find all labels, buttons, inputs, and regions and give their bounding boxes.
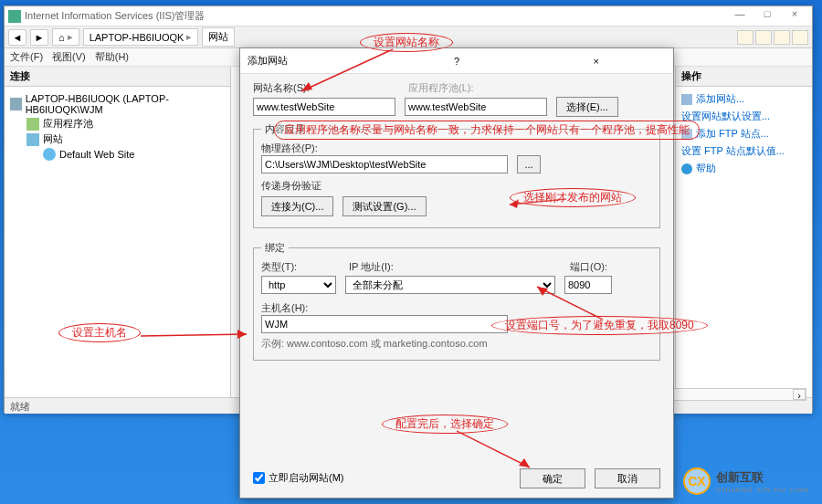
action-add-site[interactable]: 添加网站... <box>681 90 806 108</box>
start-now-checkbox[interactable] <box>253 472 265 484</box>
actions-header: 操作 <box>676 67 812 87</box>
tree-default-site[interactable]: Default Web Site <box>10 147 225 162</box>
ip-select[interactable]: 全部未分配 <box>345 276 555 294</box>
sites-icon <box>26 133 39 146</box>
server-icon <box>10 98 22 110</box>
nav-tool-3[interactable] <box>774 30 790 45</box>
app-pool-input[interactable] <box>405 98 547 116</box>
breadcrumb-host[interactable]: LAPTOP-HB6IUOQK▸ <box>83 28 199 46</box>
maximize-button[interactable]: □ <box>754 8 781 25</box>
globe-icon <box>43 148 56 161</box>
test-settings-button[interactable]: 测试设置(G)... <box>342 196 426 216</box>
menu-file[interactable]: 文件(F) <box>10 50 43 64</box>
tree-sites[interactable]: 网站 <box>10 131 225 147</box>
minimize-button[interactable]: — <box>726 8 754 25</box>
dialog-titlebar: 添加网站 ? × <box>240 48 673 74</box>
nav-tool-2[interactable] <box>755 30 772 45</box>
menu-view[interactable]: 视图(V) <box>52 50 86 64</box>
host-input[interactable] <box>261 315 508 333</box>
site-name-input[interactable] <box>253 98 395 116</box>
logo-badge-icon: CX <box>683 467 711 495</box>
app-icon <box>8 10 21 23</box>
type-select[interactable]: http <box>261 276 336 294</box>
scroll-right-icon[interactable]: › <box>793 389 806 400</box>
add-website-dialog: 添加网站 ? × 网站名称(S): 应用程序池(L): 选择(E)... 内容目… <box>239 47 674 499</box>
home-icon: ⌂ <box>58 32 65 43</box>
port-input[interactable] <box>564 276 612 294</box>
app-pool-label: 应用程序池(L): <box>408 81 474 95</box>
connections-header: 连接 <box>5 67 230 87</box>
binding-fieldset: 绑定 类型(T): IP 地址(I): 端口(O): http 全部未分配 主机… <box>253 241 660 361</box>
nav-help-icon[interactable] <box>792 30 808 45</box>
passthrough-label: 传递身份验证 <box>261 179 652 193</box>
dialog-close-button[interactable]: × <box>526 56 666 67</box>
cancel-button[interactable]: 取消 <box>595 468 660 488</box>
tree-app-pools[interactable]: 应用程序池 <box>10 116 225 131</box>
action-help[interactable]: 帮助 <box>681 160 806 177</box>
window-title: Internet Information Services (IIS)管理器 <box>25 9 726 23</box>
action-ftp-defaults[interactable]: 设置 FTP 站点默认值... <box>681 142 806 160</box>
host-example: 示例: www.contoso.com 或 marketing.contoso.… <box>261 337 652 351</box>
actions-panel: 操作 添加网站... 设置网站默认设置... 添加 FTP 站点... 设置 F… <box>675 67 812 397</box>
menu-help[interactable]: 帮助(H) <box>95 50 129 64</box>
host-label: 主机名(H): <box>261 301 652 315</box>
add-icon <box>681 129 692 140</box>
back-button[interactable]: ◄ <box>8 29 26 46</box>
help-icon <box>681 163 692 174</box>
logo-subtext: CHUANG XIN HU LIAN <box>716 486 809 494</box>
close-button[interactable]: × <box>781 8 808 25</box>
type-label: 类型(T): <box>261 260 340 274</box>
breadcrumb-sites[interactable]: 网站 <box>202 27 235 47</box>
site-name-label: 网站名称(S): <box>253 81 399 95</box>
select-pool-button[interactable]: 选择(E)... <box>556 97 618 117</box>
connect-as-button[interactable]: 连接为(C)... <box>261 196 333 216</box>
logo-text: 创新互联 <box>716 470 764 484</box>
connections-panel: 连接 LAPTOP-HB6IUOQK (LAPTOP-HB6IUOQK\WJM … <box>5 67 231 397</box>
dialog-title: 添加网站 <box>248 54 387 68</box>
action-add-ftp[interactable]: 添加 FTP 站点... <box>681 125 806 142</box>
action-site-defaults[interactable]: 设置网站默认设置... <box>681 108 806 125</box>
start-now-label: 立即启动网站(M) <box>269 471 344 485</box>
tree-server[interactable]: LAPTOP-HB6IUOQK (LAPTOP-HB6IUOQK\WJM <box>10 92 225 116</box>
binding-legend: 绑定 <box>261 241 289 255</box>
titlebar: Internet Information Services (IIS)管理器 —… <box>5 6 812 26</box>
ok-button[interactable]: 确定 <box>520 468 585 488</box>
nav-tool-1[interactable] <box>737 30 754 45</box>
breadcrumb-home[interactable]: ⌂▸ <box>52 28 79 46</box>
logo: CX 创新互联CHUANG XIN HU LIAN <box>683 467 809 495</box>
connections-tree[interactable]: LAPTOP-HB6IUOQK (LAPTOP-HB6IUOQK\WJM 应用程… <box>5 87 230 167</box>
port-label: 端口(O): <box>570 260 607 274</box>
browse-button[interactable]: ... <box>517 155 541 173</box>
add-icon <box>681 94 692 105</box>
ip-label: IP 地址(I): <box>349 260 561 274</box>
nav-toolbar: ◄ ► ⌂▸ LAPTOP-HB6IUOQK▸ 网站 <box>5 26 812 48</box>
content-dir-legend: 内容目录 <box>261 122 309 136</box>
path-label: 物理路径(P): <box>261 142 652 155</box>
dialog-help-button[interactable]: ? <box>387 56 527 67</box>
pool-icon <box>26 118 39 131</box>
content-dir-fieldset: 内容目录 物理路径(P): ... 传递身份验证 连接为(C)... 测试设置(… <box>253 122 660 228</box>
physical-path-input[interactable] <box>261 155 508 173</box>
forward-button[interactable]: ► <box>30 29 48 46</box>
